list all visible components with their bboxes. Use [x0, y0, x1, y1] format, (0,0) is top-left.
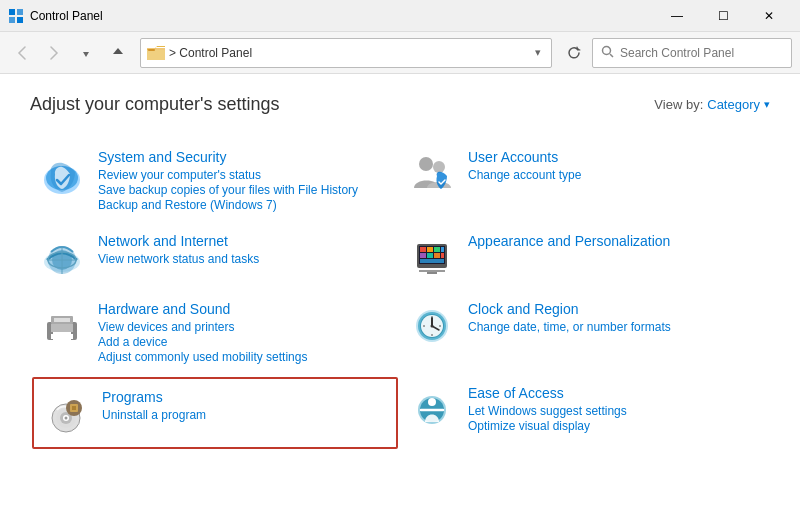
ease-of-access-item[interactable]: Ease of Access Let Windows suggest setti…: [400, 375, 770, 451]
app-icon: [8, 8, 24, 24]
maximize-button[interactable]: ☐: [700, 0, 746, 32]
ease-of-access-title[interactable]: Ease of Access: [468, 385, 762, 401]
system-security-icon: [38, 149, 86, 197]
svg-point-62: [428, 398, 436, 406]
page-title: Adjust your computer's settings: [30, 94, 280, 115]
hardware-sound-item[interactable]: Hardware and Sound View devices and prin…: [30, 291, 400, 375]
address-folder-icon: [147, 44, 165, 62]
svg-rect-24: [434, 247, 440, 252]
appearance-personalization-text: Appearance and Personalization: [468, 233, 762, 252]
svg-rect-38: [53, 332, 71, 340]
programs-title[interactable]: Programs: [102, 389, 388, 405]
svg-rect-37: [54, 318, 70, 322]
hardware-sound-link-3[interactable]: Adjust commonly used mobility settings: [98, 350, 392, 364]
svg-rect-1: [17, 9, 23, 15]
svg-line-9: [610, 54, 613, 57]
user-accounts-title[interactable]: User Accounts: [468, 149, 762, 165]
svg-rect-26: [420, 253, 426, 258]
items-grid: System and Security Review your computer…: [30, 139, 770, 451]
search-box[interactable]: [592, 38, 792, 68]
window-title: Control Panel: [30, 9, 654, 23]
svg-rect-22: [420, 247, 426, 252]
minimize-button[interactable]: —: [654, 0, 700, 32]
network-internet-title[interactable]: Network and Internet: [98, 233, 392, 249]
view-by-control: View by: Category ▾: [654, 97, 770, 112]
svg-point-55: [65, 417, 68, 420]
clock-region-text: Clock and Region Change date, time, or n…: [468, 301, 762, 335]
user-accounts-item[interactable]: User Accounts Change account type: [400, 139, 770, 223]
svg-rect-3: [17, 17, 23, 23]
svg-rect-34: [51, 324, 73, 332]
address-dropdown-icon[interactable]: ▾: [531, 44, 545, 61]
network-internet-icon: [38, 233, 86, 281]
search-input[interactable]: [620, 46, 783, 60]
system-security-link-2[interactable]: Save backup copies of your files with Fi…: [98, 183, 392, 197]
ease-of-access-icon: [408, 385, 456, 433]
search-icon: [601, 45, 614, 61]
svg-rect-23: [427, 247, 433, 252]
svg-rect-25: [441, 247, 444, 252]
programs-text: Programs Uninstall a program: [102, 389, 388, 423]
main-content: Adjust your computer's settings View by:…: [0, 74, 800, 518]
view-by-value[interactable]: Category: [707, 97, 760, 112]
view-by-chevron-icon[interactable]: ▾: [764, 98, 770, 111]
appearance-personalization-item[interactable]: Appearance and Personalization: [400, 223, 770, 291]
svg-point-13: [433, 161, 445, 173]
system-security-item[interactable]: System and Security Review your computer…: [30, 139, 400, 223]
recent-locations-button[interactable]: [72, 39, 100, 67]
svg-rect-0: [9, 9, 15, 15]
hardware-sound-text: Hardware and Sound View devices and prin…: [98, 301, 392, 365]
programs-icon: [42, 389, 90, 437]
appearance-personalization-icon: [408, 233, 456, 281]
clock-region-link-1[interactable]: Change date, time, or number formats: [468, 320, 762, 334]
svg-rect-30: [420, 259, 444, 263]
user-accounts-icon: [408, 149, 456, 197]
up-button[interactable]: [104, 39, 132, 67]
svg-rect-27: [427, 253, 433, 258]
svg-rect-29: [441, 253, 444, 258]
svg-rect-2: [9, 17, 15, 23]
svg-point-12: [419, 157, 433, 171]
refresh-button[interactable]: [560, 39, 588, 67]
forward-button[interactable]: [40, 39, 68, 67]
user-accounts-link-1[interactable]: Change account type: [468, 168, 762, 182]
network-internet-item[interactable]: Network and Internet View network status…: [30, 223, 400, 291]
appearance-personalization-title[interactable]: Appearance and Personalization: [468, 233, 762, 249]
close-button[interactable]: ✕: [746, 0, 792, 32]
hardware-sound-icon: [38, 301, 86, 349]
svg-point-8: [603, 46, 611, 54]
system-security-link-3[interactable]: Backup and Restore (Windows 7): [98, 198, 392, 212]
window-controls: — ☐ ✕: [654, 0, 792, 32]
network-internet-link-1[interactable]: View network status and tasks: [98, 252, 392, 266]
hardware-sound-link-1[interactable]: View devices and printers: [98, 320, 392, 334]
clock-region-title[interactable]: Clock and Region: [468, 301, 762, 317]
system-security-text: System and Security Review your computer…: [98, 149, 392, 213]
svg-rect-32: [419, 270, 445, 272]
toolbar: > Control Panel ▾: [0, 32, 800, 74]
hardware-sound-title[interactable]: Hardware and Sound: [98, 301, 392, 317]
system-security-link-1[interactable]: Review your computer's status: [98, 168, 392, 182]
page-header: Adjust your computer's settings View by:…: [30, 94, 770, 115]
ease-of-access-link-1[interactable]: Let Windows suggest settings: [468, 404, 762, 418]
clock-region-icon: [408, 301, 456, 349]
svg-rect-28: [434, 253, 440, 258]
svg-rect-57: [70, 404, 78, 412]
clock-region-item[interactable]: Clock and Region Change date, time, or n…: [400, 291, 770, 375]
ease-of-access-text: Ease of Access Let Windows suggest setti…: [468, 385, 762, 434]
svg-rect-7: [148, 49, 155, 51]
user-accounts-text: User Accounts Change account type: [468, 149, 762, 183]
ease-of-access-link-2[interactable]: Optimize visual display: [468, 419, 762, 433]
hardware-sound-link-2[interactable]: Add a device: [98, 335, 392, 349]
programs-item[interactable]: Programs Uninstall a program: [32, 377, 398, 449]
svg-point-45: [431, 325, 434, 328]
system-security-title[interactable]: System and Security: [98, 149, 392, 165]
network-internet-text: Network and Internet View network status…: [98, 233, 392, 267]
programs-link-1[interactable]: Uninstall a program: [102, 408, 388, 422]
address-path: > Control Panel: [169, 46, 531, 60]
svg-rect-6: [147, 50, 165, 60]
back-button[interactable]: [8, 39, 36, 67]
view-by-label: View by:: [654, 97, 703, 112]
titlebar: Control Panel — ☐ ✕: [0, 0, 800, 32]
address-bar[interactable]: > Control Panel ▾: [140, 38, 552, 68]
